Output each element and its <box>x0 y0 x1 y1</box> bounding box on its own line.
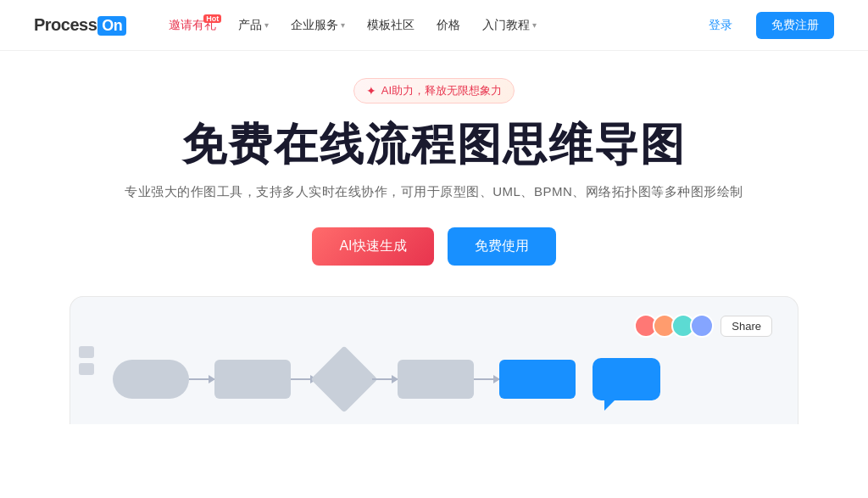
hero-subtitle: 专业强大的作图工具，支持多人实时在线协作，可用于原型图、UML、BPMN、网络拓… <box>125 184 743 200</box>
nav-item-enterprise[interactable]: 企业服务 ▾ <box>282 13 353 38</box>
register-button[interactable]: 免费注册 <box>756 12 834 39</box>
hero-buttons: AI快速生成 免费使用 <box>312 227 555 266</box>
sidebar-dot-1 <box>79 346 94 358</box>
flow-shape-chat <box>593 358 660 400</box>
chat-shape <box>593 358 660 400</box>
free-use-button[interactable]: 免费使用 <box>448 227 556 266</box>
collaborator-avatars <box>634 314 714 338</box>
arrow-4 <box>474 378 499 380</box>
flow-shape-rect2 <box>398 360 474 399</box>
nav-enterprise-label: 企业服务 <box>291 18 338 33</box>
arrow-3 <box>372 378 398 380</box>
flow-shape-active <box>499 360 576 399</box>
login-button[interactable]: 登录 <box>695 13 746 38</box>
nav-item-templates[interactable]: 模板社区 <box>359 13 423 38</box>
logo-on: On <box>97 16 126 36</box>
sidebar-indicator <box>79 346 94 375</box>
nav-items: 邀请有礼 Hot 产品 ▾ 企业服务 ▾ 模板社区 价格 入门教程 ▾ <box>160 13 695 38</box>
navbar: ProcessOn 邀请有礼 Hot 产品 ▾ 企业服务 ▾ 模板社区 价格 入… <box>0 0 868 51</box>
nav-item-invite[interactable]: 邀请有礼 Hot <box>160 13 225 38</box>
logo-text: ProcessOn <box>34 15 126 36</box>
avatar-4 <box>690 314 714 338</box>
flow-shape-rect1 <box>214 360 291 399</box>
share-button[interactable]: Share <box>721 316 772 337</box>
flowchart <box>96 351 772 407</box>
hero-title: 免费在线流程图思维导图 <box>182 120 686 169</box>
products-chevron-icon: ▾ <box>264 20 269 30</box>
logo[interactable]: ProcessOn <box>34 15 126 36</box>
hero-section: ✦ AI助力，释放无限想象力 免费在线流程图思维导图 专业强大的作图工具，支持多… <box>0 51 868 424</box>
ai-badge-text: AI助力，释放无限想象力 <box>381 83 502 98</box>
logo-process: Process <box>34 15 97 34</box>
flow-shape-diamond <box>316 351 372 407</box>
rect-shape-2 <box>398 360 474 399</box>
rect-shape-1 <box>214 360 291 399</box>
ai-generate-button[interactable]: AI快速生成 <box>312 227 433 266</box>
nav-item-price[interactable]: 价格 <box>428 13 469 38</box>
star-icon: ✦ <box>366 84 376 98</box>
nav-item-tutorial[interactable]: 入门教程 ▾ <box>474 13 545 38</box>
nav-item-products[interactable]: 产品 ▾ <box>230 13 277 38</box>
nav-tutorial-label: 入门教程 <box>482 18 530 33</box>
nav-hot-badge: Hot <box>203 14 221 23</box>
arrow-1 <box>189 378 214 380</box>
rect-shape-active <box>499 360 576 399</box>
flow-shape-start <box>113 360 189 399</box>
diagram-preview: Share <box>70 296 798 424</box>
rounded-shape <box>113 360 189 399</box>
share-row: Share <box>96 314 772 338</box>
diamond-shape <box>310 346 377 413</box>
tutorial-chevron-icon: ▾ <box>532 20 537 30</box>
sidebar-dot-2 <box>79 363 94 375</box>
nav-templates-label: 模板社区 <box>367 18 415 33</box>
nav-products-label: 产品 <box>238 18 262 33</box>
ai-badge: ✦ AI助力，释放无限想象力 <box>353 78 515 104</box>
nav-right: 登录 免费注册 <box>695 12 834 39</box>
enterprise-chevron-icon: ▾ <box>341 20 345 30</box>
nav-price-label: 价格 <box>437 18 460 33</box>
